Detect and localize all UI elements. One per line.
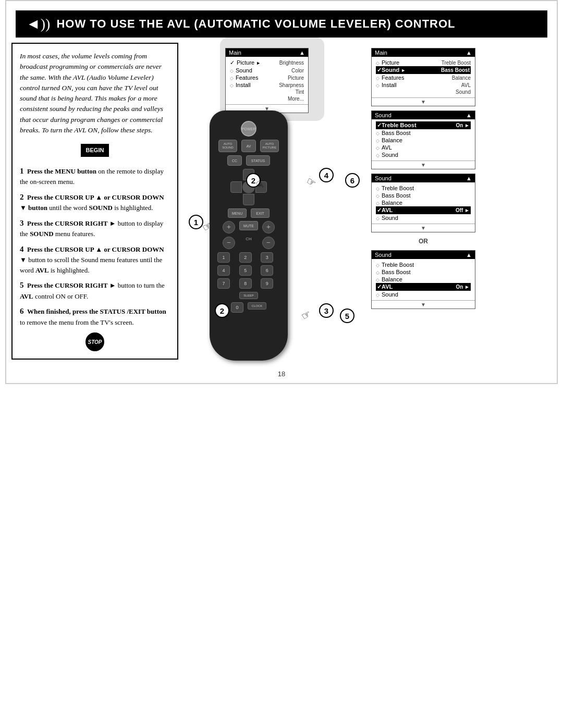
left-panel: In most cases, the volume levels coming …: [11, 43, 178, 360]
page-header: ◄)) How to Use the AVL (Automatic Volume…: [16, 10, 547, 38]
hand-pointer-4: ☞: [304, 174, 319, 190]
hand-pointer-3: ☞: [299, 307, 313, 323]
sound-menu-3: Sound ▲ ◇Treble Boost ◇Bass Boost ◇Balan…: [371, 250, 475, 309]
menu-row: ◇Bass Boost: [376, 192, 471, 199]
step-circle-4: 4: [319, 168, 334, 182]
num-9[interactable]: 9: [261, 278, 273, 289]
cc-btn[interactable]: CC: [227, 155, 242, 166]
menu-row: Tint: [230, 89, 304, 95]
status-btn[interactable]: STATUS: [246, 155, 270, 166]
begin-wrap: BEGIN: [20, 141, 170, 160]
page-border: ◄)) How to Use the AVL (Automatic Volume…: [5, 0, 558, 384]
vol-minus[interactable]: −: [223, 237, 235, 249]
menu-row: ◇Treble Boost: [376, 184, 471, 192]
step-5: 5 Press the CURSOR RIGHT ► button to tur…: [20, 279, 170, 301]
sound-menu-1: Sound ▲ ✓Treble Boost On ► ◇Bass Boost ◇…: [371, 110, 475, 169]
menu-row-avl-off: ✓AVL Off ►: [376, 206, 471, 214]
sleep-btn[interactable]: SLEEP: [239, 292, 258, 299]
sound-menu-2: Sound ▲ ◇Treble Boost ◇Bass Boost ◇Balan…: [371, 174, 475, 232]
menu-row: ◇Picture Treble Boost: [376, 59, 471, 66]
menu-row: ◇AVL: [376, 144, 471, 151]
speaker-icon: ◄)): [26, 16, 50, 32]
auto-picture-btn[interactable]: AUTOPICTURE: [260, 140, 279, 152]
remote-shell: POWER AUTOSOUND AV AUTOPICTURE: [210, 110, 288, 361]
ch-plus[interactable]: +: [262, 221, 275, 233]
right-menus: Main ▲ ◇Picture Treble Boost ✓Sound ► Ba…: [371, 43, 475, 360]
num-7[interactable]: 7: [217, 278, 230, 289]
power-btn[interactable]: POWER: [241, 121, 256, 137]
step-1: 1 Press the MENU button on the remote to…: [20, 165, 170, 187]
remote-illustration: POWER AUTOSOUND AV AUTOPICTURE: [210, 110, 288, 361]
num-4[interactable]: 4: [217, 265, 230, 276]
menu-row: ◇Install Sharpness: [230, 81, 304, 89]
av-btn[interactable]: AV: [241, 140, 256, 152]
main-layout: In most cases, the volume levels coming …: [6, 38, 557, 365]
num-6[interactable]: 6: [261, 265, 273, 276]
menu-row: ◇Bass Boost: [376, 129, 471, 137]
step-3: 3 Press the CURSOR RIGHT ► button to dis…: [20, 217, 170, 239]
menu-row: ◇Features Balance: [376, 74, 471, 81]
step-2: 2 Press the CURSOR UP ▲ or CURSOR DOWN ▼…: [20, 191, 170, 213]
num-3[interactable]: 3: [261, 252, 273, 263]
num-5[interactable]: 5: [239, 265, 252, 276]
menu-row: ◇Sound: [376, 151, 471, 158]
stop-badge: STOP: [20, 332, 170, 351]
clock-btn[interactable]: CLOCK: [248, 302, 266, 310]
step-4: 4 Press the CURSOR UP ▲ or CURSOR DOWN ▼…: [20, 243, 170, 276]
menu-row: ◇Balance: [376, 199, 471, 206]
begin-badge: BEGIN: [81, 144, 109, 157]
exit-btn[interactable]: EXIT: [251, 208, 270, 218]
center-area: Main ▲ ✓Picture ► Brightness ◇Sound Colo…: [178, 43, 371, 360]
step-circle-2b: 2: [215, 303, 229, 318]
menu-row: ✓Picture ► Brightness: [230, 59, 304, 67]
num-8[interactable]: 8: [239, 278, 252, 289]
step-circle-6: 6: [345, 173, 360, 188]
menu-row: ◇Treble Boost: [376, 261, 471, 268]
step-circle-5: 5: [340, 309, 354, 323]
menu-row: Sound: [376, 89, 471, 95]
mute-btn[interactable]: MUTE: [239, 221, 258, 230]
menu-row-avl-on: ✓AVL On ►: [376, 283, 471, 291]
menu-row-treble: ✓Treble Boost On ►: [376, 121, 471, 129]
page-number: 18: [6, 370, 557, 378]
numpad: 1 2 3 4 5 6 7 8 9: [217, 252, 280, 289]
menu-row: ◇Sound: [376, 291, 471, 298]
dpad-left[interactable]: [230, 181, 242, 193]
ch-minus[interactable]: −: [262, 237, 275, 249]
step-circle-3: 3: [319, 303, 334, 318]
step-6: 6 When finished, press the STATUS /EXIT …: [20, 305, 170, 327]
or-label: OR: [371, 237, 475, 246]
menu-row-selected: ✓Sound ► Bass Boost: [376, 66, 471, 74]
auto-sound-btn[interactable]: AUTOSOUND: [218, 140, 237, 152]
menu1-header-arrow: ▲: [299, 50, 305, 56]
main-menu-1: Main ▲ ✓Picture ► Brightness ◇Sound Colo…: [225, 48, 309, 113]
page-title: How to Use the AVL (Automatic Volume Lev…: [56, 17, 455, 31]
menu-row: ◇Bass Boost: [376, 268, 471, 276]
menu-row: ◇Install AVL: [376, 81, 471, 89]
menu-row: ◇Balance: [376, 137, 471, 144]
zero-btn[interactable]: 0: [231, 302, 243, 313]
num-2[interactable]: 2: [239, 252, 252, 263]
main-menu-2: Main ▲ ◇Picture Treble Boost ✓Sound ► Ba…: [371, 48, 475, 106]
menu-row: ◇Sound: [376, 214, 471, 221]
dpad-down[interactable]: [243, 194, 254, 205]
menu-btn[interactable]: MENU: [228, 208, 247, 218]
menu-row: ◇Features Picture: [230, 74, 304, 81]
menu-row: ◇Balance: [376, 276, 471, 283]
menu-row: ◇Sound Color: [230, 67, 304, 74]
menu1-header-label: Main: [229, 50, 241, 56]
num-1[interactable]: 1: [217, 252, 230, 263]
ch-label: CH: [239, 237, 258, 249]
intro-text: In most cases, the volume levels coming …: [20, 51, 170, 135]
menu-row: More...: [230, 95, 304, 102]
vol-plus[interactable]: +: [223, 221, 235, 233]
